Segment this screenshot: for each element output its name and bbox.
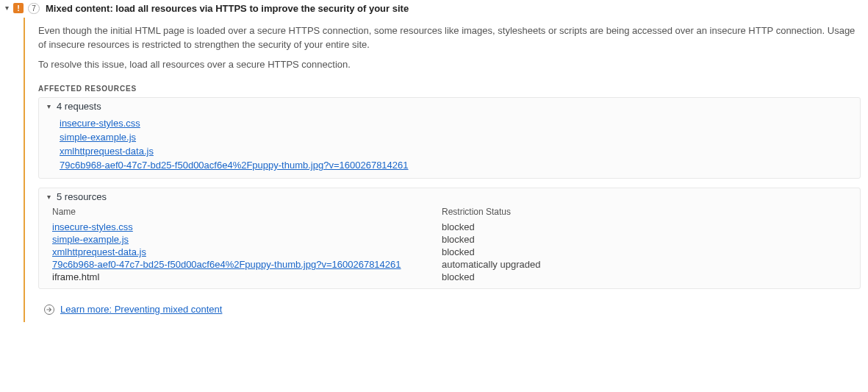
resource-link[interactable]: xmlhttprequest-data.js bbox=[52, 246, 146, 257]
issue-body: Even though the initial HTML page is loa… bbox=[24, 18, 868, 322]
issue-description-2: To resolve this issue, load all resource… bbox=[38, 57, 861, 71]
column-header-status: Restriction Status bbox=[442, 205, 854, 220]
resource-status: blocked bbox=[442, 234, 854, 245]
resources-heading-text: 5 resources bbox=[57, 191, 107, 202]
learn-more-link[interactable]: Learn more: Preventing mixed content bbox=[60, 304, 222, 315]
caret-down-icon[interactable]: ▾ bbox=[45, 192, 52, 202]
resource-link[interactable]: 79c6b968-aef0-47c7-bd25-f50d00acf6e4%2Fp… bbox=[52, 259, 401, 270]
caret-down-icon[interactable]: ▾ bbox=[45, 101, 52, 112]
issue-header[interactable]: ▾ ! 7 Mixed content: load all resources … bbox=[0, 0, 868, 18]
resources-group: ▾ 5 resources Name Restriction Status in… bbox=[38, 188, 861, 289]
request-link[interactable]: xmlhttprequest-data.js bbox=[60, 146, 154, 157]
issue-count-badge: 7 bbox=[28, 3, 40, 14]
warning-icon: ! bbox=[13, 3, 24, 13]
caret-down-icon[interactable]: ▾ bbox=[3, 3, 10, 13]
issue-title: Mixed content: load all resources via HT… bbox=[46, 3, 409, 15]
requests-header[interactable]: ▾ 4 requests bbox=[39, 98, 860, 115]
resources-table: Name Restriction Status insecure-styles.… bbox=[39, 205, 860, 288]
issue-description-1: Even though the initial HTML page is loa… bbox=[38, 24, 861, 51]
resource-name-plain: iframe.html bbox=[52, 271, 442, 282]
request-link[interactable]: simple-example.js bbox=[60, 132, 136, 143]
resource-status: automatically upgraded bbox=[442, 259, 854, 270]
resource-status: blocked bbox=[442, 221, 854, 232]
arrow-right-circle-icon bbox=[44, 304, 54, 315]
resources-header[interactable]: ▾ 5 resources bbox=[39, 188, 860, 205]
resource-link[interactable]: simple-example.js bbox=[52, 234, 129, 245]
learn-more-row[interactable]: Learn more: Preventing mixed content bbox=[38, 304, 861, 315]
affected-resources-label: AFFECTED RESOURCES bbox=[38, 85, 861, 93]
requests-heading-text: 4 requests bbox=[57, 101, 101, 112]
requests-list: insecure-styles.css simple-example.js xm… bbox=[39, 115, 860, 178]
request-link[interactable]: 79c6b968-aef0-47c7-bd25-f50d00acf6e4%2Fp… bbox=[60, 160, 409, 171]
requests-group: ▾ 4 requests insecure-styles.css simple-… bbox=[38, 97, 861, 179]
resource-status: blocked bbox=[442, 271, 854, 282]
resource-status: blocked bbox=[442, 246, 854, 257]
resource-link[interactable]: insecure-styles.css bbox=[52, 221, 133, 232]
request-link[interactable]: insecure-styles.css bbox=[60, 118, 140, 129]
column-header-name: Name bbox=[52, 205, 442, 220]
